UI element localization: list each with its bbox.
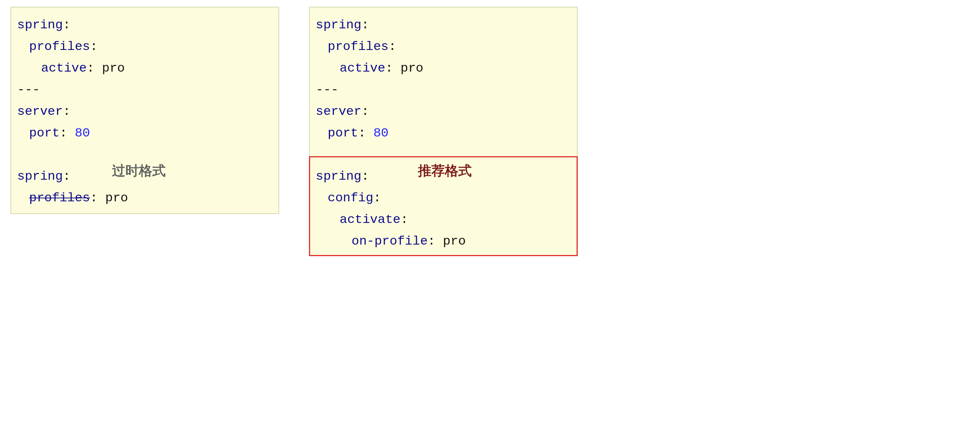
yaml-key-server-r: server: [316, 105, 361, 119]
yaml-key-spring-r2: spring: [316, 169, 361, 184]
yaml-value-pro: pro: [102, 61, 125, 75]
code-panel-recommended: spring: profiles: active: pro --- server…: [309, 7, 578, 256]
yaml-key-active: active: [41, 61, 87, 75]
yaml-key-server: server: [17, 105, 63, 119]
yaml-value-port: 80: [75, 126, 90, 140]
yaml-key-profiles-r: profiles: [328, 40, 388, 54]
yaml-key-profiles: profiles: [29, 40, 90, 54]
annotation-deprecated: 过时格式: [112, 162, 166, 180]
yaml-value-pro-2: pro: [105, 191, 128, 205]
yaml-value-pro-r2: pro: [443, 234, 466, 248]
yaml-value-pro-r: pro: [401, 61, 423, 75]
annotation-recommended: 推荐格式: [418, 162, 472, 180]
yaml-value-port-r: 80: [373, 126, 388, 140]
yaml-key-config: config: [328, 191, 373, 205]
yaml-key-profiles-deprecated: profiles: [29, 191, 90, 205]
yaml-key-on-profile: on-profile: [352, 234, 428, 248]
yaml-doc-separator: ---: [17, 83, 40, 97]
code-panel-deprecated: spring: profiles: active: pro --- server…: [10, 7, 279, 214]
yaml-doc-separator-r: ---: [316, 83, 339, 97]
yaml-key-spring: spring: [17, 18, 63, 32]
yaml-key-port-r: port: [328, 126, 358, 140]
yaml-key-activate: activate: [340, 212, 401, 227]
yaml-key-active-r: active: [340, 61, 385, 75]
yaml-code-recommended: spring: profiles: active: pro --- server…: [316, 14, 571, 252]
yaml-key-spring-r: spring: [316, 18, 361, 32]
yaml-key-spring-2: spring: [17, 169, 63, 184]
yaml-key-port: port: [29, 126, 60, 140]
